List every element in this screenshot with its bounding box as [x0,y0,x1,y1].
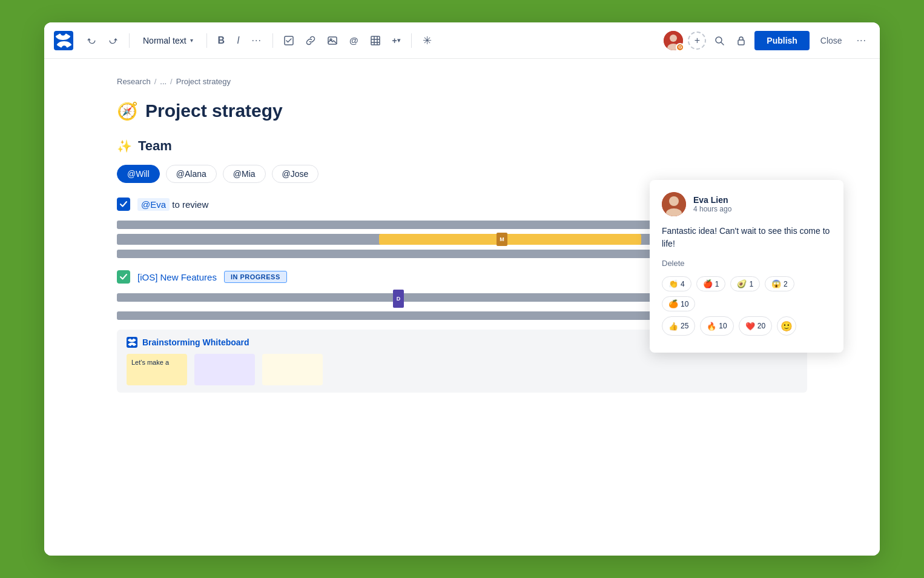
reaction-thumbsup-count: 25 [681,322,688,330]
redo-button[interactable] [105,32,122,49]
team-heading: ✨ Team [117,138,807,154]
breadcrumb-research[interactable]: Research [117,77,151,86]
comment-popup: Eva Lien 4 hours ago Fantastic idea! Can… [650,180,843,353]
insert-more-button[interactable]: + ▾ [389,32,404,49]
comment-time: 4 hours ago [693,205,731,213]
reactions-row-2: 👍 25 🔥 10 ❤️ 20 🙂 [662,316,831,336]
mention-mia[interactable]: @Mia [223,165,266,183]
reaction-apple[interactable]: 🍎 1 [696,276,726,291]
bar-yellow-fill [379,234,641,245]
toolbar-divider-2 [206,33,207,48]
publish-button[interactable]: Publish [754,31,810,50]
commenter-info: Eva Lien 4 hours ago [693,195,731,213]
image-button[interactable] [324,32,341,49]
chevron-down-icon: ▾ [190,37,193,44]
reaction-heart-emoji: ❤️ [745,322,755,331]
breadcrumb-ellipsis[interactable]: ... [160,77,167,86]
reaction-fire[interactable]: 🔥 10 [700,316,733,336]
page-title-icon: 🧭 [117,101,138,121]
reaction-thumbsup[interactable]: 👍 25 [662,316,695,336]
svg-rect-4 [371,36,380,45]
comment-header: Eva Lien 4 hours ago [662,192,831,216]
sparkles-icon: ✨ [117,139,132,153]
reaction-apple-emoji: 🍎 [703,279,713,288]
main-window: Normal text ▾ B I ··· @ + ▾ ✳ [44,22,880,556]
ios-features-link[interactable]: [iOS] New Features [137,272,217,282]
link-button[interactable] [302,32,319,49]
delete-comment-button[interactable]: Delete [662,259,831,268]
reaction-shocked-emoji: 😱 [771,279,781,288]
toolbar-divider-4 [411,33,412,48]
mention-button[interactable]: @ [346,32,362,49]
sticky-note-1-text: Let's make a [131,359,169,366]
undo-button[interactable] [83,32,100,49]
breadcrumb: Research / ... / Project strategy [117,77,807,86]
confluence-logo [54,31,73,50]
in-progress-badge: IN PROGRESS [224,271,287,283]
svg-rect-14 [738,40,744,45]
task-mention-eva[interactable]: @Eva [137,198,170,211]
task-button[interactable] [280,32,297,49]
reaction-clap[interactable]: 👏 4 [662,276,691,291]
purple-marker-d: D [393,290,404,308]
reaction-shocked[interactable]: 😱 2 [765,276,794,291]
brainstorm-title-link[interactable]: Brainstorming Whiteboard [142,337,249,347]
close-button[interactable]: Close [814,32,848,49]
reaction-avocado[interactable]: 🥑 1 [730,276,760,291]
reaction-fire-emoji: 🔥 [707,322,716,331]
reactions-row-1: 👏 4 🍎 1 🥑 1 😱 2 🍊 10 [662,276,831,311]
text-style-dropdown[interactable]: Normal text ▾ [137,32,199,49]
svg-line-13 [721,42,724,45]
breadcrumb-sep-1: / [154,77,157,86]
add-collaborator-button[interactable]: + [688,32,706,50]
mention-will[interactable]: @Will [117,165,160,183]
bold-button[interactable]: B [214,32,229,50]
team-heading-text: Team [138,138,172,154]
svg-point-17 [669,196,679,206]
commenter-name: Eva Lien [693,195,731,205]
search-button[interactable] [711,32,728,49]
reaction-avocado-emoji: 🥑 [737,279,747,288]
reaction-thumbsup-emoji: 👍 [668,322,678,331]
add-reaction-button[interactable]: 🙂 [777,316,796,336]
sticky-note-3 [262,354,323,385]
avatar-badge: G [676,43,684,51]
toolbar-divider-3 [272,33,273,48]
confluence-small-logo [127,337,137,348]
content-area: Research / ... / Project strategy 🧭 Proj… [44,59,880,556]
ai-button[interactable]: ✳ [419,30,435,51]
task-checkbox-1[interactable] [117,198,130,211]
sticky-note-1: Let's make a [127,354,187,385]
italic-button[interactable]: I [233,32,243,50]
lock-button[interactable] [733,32,750,49]
page-title-row: 🧭 Project strategy [117,101,807,121]
mention-jose[interactable]: @Jose [272,165,319,183]
task-to-review: to review [172,199,208,210]
breadcrumb-sep-2: / [170,77,173,86]
reaction-heart[interactable]: ❤️ 20 [739,316,772,336]
more-options-button[interactable]: ··· [853,32,870,50]
comment-body: Fantastic idea! Can't wait to see this c… [662,225,831,250]
reaction-fire-count: 10 [719,322,727,330]
reaction-clap-count: 4 [681,280,685,288]
reaction-apple-count: 1 [715,280,719,288]
breadcrumb-current: Project strategy [176,77,231,86]
reaction-tangerine-emoji: 🍊 [668,299,678,308]
svg-point-10 [670,35,677,42]
task-text-1: @Eva to review [137,199,208,210]
task-checkbox-2[interactable] [117,270,130,284]
reaction-tangerine-count: 10 [681,300,688,308]
text-style-label: Normal text [143,36,186,45]
toolbar-right: G + Publish Close ··· [664,31,870,50]
reaction-avocado-count: 1 [749,280,753,288]
table-button[interactable] [367,32,384,49]
reaction-heart-count: 20 [757,322,765,330]
mention-alana[interactable]: @Alana [166,165,217,183]
reaction-tangerine[interactable]: 🍊 10 [662,296,695,311]
sticky-note-2 [194,354,255,385]
page-title: Project strategy [145,101,283,121]
commenter-avatar [662,192,686,216]
more-format-button[interactable]: ··· [248,32,265,50]
toolbar-divider-1 [129,33,130,48]
current-user-avatar[interactable]: G [664,31,683,50]
